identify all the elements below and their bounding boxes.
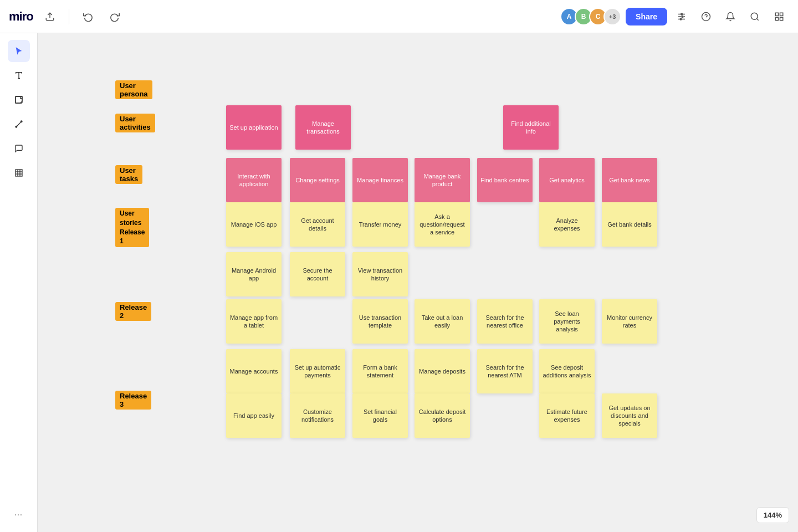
text-tool-button[interactable] — [8, 64, 30, 86]
sticky-get-updates-discounts[interactable]: Get updates on discounts and specials — [602, 393, 657, 438]
svg-point-8 — [682, 16, 683, 17]
notifications-icon[interactable] — [720, 7, 740, 27]
divider — [69, 9, 69, 24]
sticky-search-nearest-atm[interactable]: Search for the nearest ATM — [477, 349, 533, 393]
sticky-get-bank-news[interactable]: Get bank news — [602, 158, 657, 202]
sticky-get-account-details[interactable]: Get account details — [290, 202, 345, 247]
sticky-manage-ios[interactable]: Manage iOS app — [226, 202, 282, 247]
sticky-customize-notifications[interactable]: Customize notifications — [290, 393, 345, 438]
sticky-monitor-currency-rates[interactable]: Monitor currency rates — [602, 299, 657, 344]
sticky-manage-accounts[interactable]: Manage accounts — [226, 349, 282, 393]
sticky-manage-app-tablet[interactable]: Manage app from a tablet — [226, 299, 282, 344]
menu-icon[interactable] — [769, 7, 789, 27]
help-icon[interactable] — [696, 7, 716, 27]
svg-rect-16 — [775, 17, 778, 20]
share-button[interactable]: Share — [626, 8, 667, 25]
sticky-tool-button[interactable] — [8, 89, 30, 111]
sticky-search-nearest-office[interactable]: Search for the nearest office — [477, 299, 533, 344]
svg-line-13 — [756, 18, 758, 20]
collaborator-avatars: A B C +3 — [560, 8, 621, 25]
svg-point-22 — [16, 126, 17, 127]
sticky-get-analytics[interactable]: Get analytics — [539, 158, 595, 202]
select-tool-button[interactable] — [8, 40, 30, 62]
topbar-left: miro — [9, 7, 125, 27]
sticky-view-transaction-history[interactable]: View transaction history — [352, 252, 408, 296]
topbar-right: A B C +3 Share — [560, 7, 789, 27]
svg-point-23 — [21, 121, 22, 122]
sticky-manage-deposits[interactable]: Manage deposits — [415, 349, 470, 393]
label-release-2: Release 2 — [115, 302, 151, 321]
svg-point-12 — [751, 13, 758, 19]
svg-rect-14 — [775, 13, 778, 16]
sticky-transfer-money[interactable]: Transfer money — [352, 202, 408, 247]
svg-rect-24 — [16, 170, 22, 176]
sticky-manage-android[interactable]: Manage Android app — [226, 252, 282, 296]
sticky-manage-finances[interactable]: Manage finances — [352, 158, 408, 202]
svg-point-7 — [681, 13, 683, 15]
sticky-manage-bank-product[interactable]: Manage bank product — [415, 158, 470, 202]
sticky-ask-question[interactable]: Ask a question/request a service — [415, 202, 470, 247]
sticky-calculate-deposit[interactable]: Calculate deposit options — [415, 393, 470, 438]
label-user-tasks: User tasks — [115, 165, 142, 184]
sticky-automatic-payments[interactable]: Set up automatic payments — [290, 349, 345, 393]
undo-button[interactable] — [78, 7, 98, 27]
svg-point-9 — [680, 18, 682, 20]
redo-button[interactable] — [105, 7, 125, 27]
sticky-find-bank-centres[interactable]: Find bank centres — [477, 158, 533, 202]
miro-logo: miro — [9, 9, 33, 24]
sticky-change-settings[interactable]: Change settings — [290, 158, 345, 202]
sticky-deposit-additions[interactable]: See deposit additions analysis — [539, 349, 595, 393]
sticky-loan-payments-analysis[interactable]: See loan payments analysis — [539, 299, 595, 344]
label-user-stories-r1: User storiesRelease 1 — [115, 208, 149, 247]
sticky-use-transaction-template[interactable]: Use transaction template — [352, 299, 408, 344]
svg-rect-15 — [780, 13, 783, 16]
label-user-persona: User persona — [115, 80, 152, 99]
sticky-get-bank-details[interactable]: Get bank details — [602, 202, 657, 247]
sticky-manage-transactions[interactable]: Manage transactions — [295, 105, 351, 150]
sticky-set-up-application[interactable]: Set up application — [226, 105, 282, 150]
settings-icon[interactable] — [672, 7, 692, 27]
sticky-secure-account[interactable]: Secure the account — [290, 252, 345, 296]
sticky-set-financial-goals[interactable]: Set financial goals — [352, 393, 408, 438]
sticky-bank-statement[interactable]: Form a bank statement — [352, 349, 408, 393]
zoom-level: 144% — [756, 507, 789, 523]
search-icon[interactable] — [745, 7, 765, 27]
more-tools-button[interactable]: ··· — [8, 503, 30, 525]
label-user-activities: User activities — [115, 114, 155, 132]
export-button[interactable] — [40, 7, 60, 27]
sticky-interact-application[interactable]: Interact with application — [226, 158, 282, 202]
sticky-find-additional-info[interactable]: Find additional info — [503, 105, 559, 150]
comment-tool-button[interactable] — [8, 137, 30, 160]
avatar-extra[interactable]: +3 — [603, 8, 621, 25]
canvas[interactable]: User persona User activities User tasks … — [38, 33, 798, 532]
sticky-take-out-loan[interactable]: Take out a loan easily — [415, 299, 470, 344]
line-tool-button[interactable] — [8, 113, 30, 135]
topbar: miro A B C +3 Share — [0, 0, 798, 33]
label-release-3: Release 3 — [115, 391, 151, 410]
sticky-analyze-expenses[interactable]: Analyze expenses — [539, 202, 595, 247]
sticky-estimate-future-expenses[interactable]: Estimate future expenses — [539, 393, 595, 438]
svg-rect-17 — [780, 17, 783, 20]
frame-tool-button[interactable] — [8, 162, 30, 184]
sticky-find-app-easily[interactable]: Find app easily — [226, 393, 282, 438]
left-sidebar: ··· — [0, 33, 38, 532]
